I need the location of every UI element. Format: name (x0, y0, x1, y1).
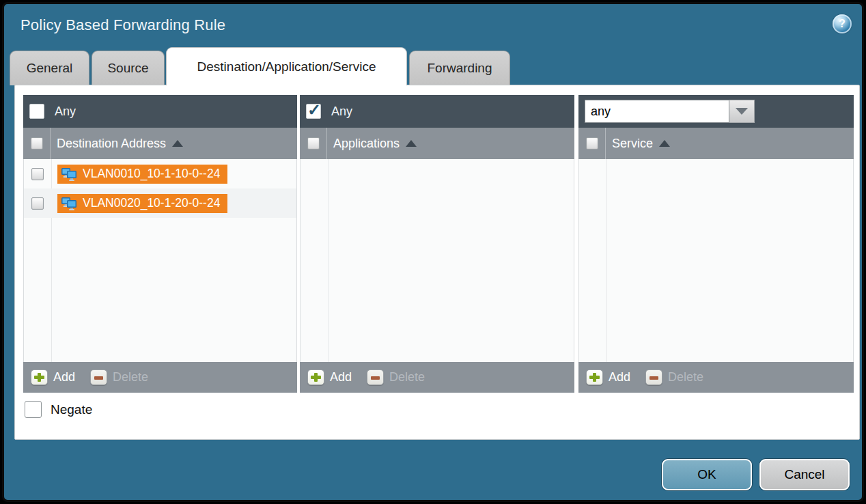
address-group-icon (61, 197, 78, 210)
destination-add-label: Add (53, 370, 75, 384)
service-select-all-checkbox[interactable] (586, 137, 598, 150)
applications-select-all-gutter (300, 128, 327, 159)
row-2-gutter (24, 188, 51, 218)
negate-label: Negate (51, 402, 92, 417)
destination-delete-button[interactable]: Delete (90, 369, 148, 385)
negate-row: Negate (25, 401, 92, 418)
help-icon[interactable] (833, 14, 852, 33)
destination-select-all-checkbox[interactable] (31, 137, 43, 150)
service-add-button[interactable]: Add (586, 369, 645, 385)
cancel-button[interactable]: Cancel (759, 459, 850, 490)
destination-row-2-badge[interactable]: VLAN0020_10-1-20-0--24 (57, 194, 227, 213)
destination-row-1-badge[interactable]: VLAN0010_10-1-10-0--24 (57, 165, 227, 184)
destination-footer: Add Delete (23, 362, 297, 393)
row-1-gutter (24, 159, 51, 188)
service-delete-label: Delete (668, 370, 703, 384)
destination-add-button[interactable]: Add (31, 369, 90, 385)
destination-address-header[interactable]: Destination Address (23, 128, 297, 159)
checkmark-icon (307, 100, 321, 120)
tab-forwarding-label: Forwarding (427, 61, 492, 76)
destination-row-2-label: VLAN0020_10-1-20-0--24 (83, 196, 220, 210)
tab-source[interactable]: Source (92, 51, 165, 85)
ok-button-label: OK (697, 467, 716, 482)
destination-address-column: Any Destination Address (23, 95, 297, 393)
tab-general[interactable]: General (10, 51, 89, 85)
service-footer: Add Delete (578, 362, 854, 393)
destination-row-2-checkbox[interactable] (31, 197, 44, 210)
tab-destination-application-service[interactable]: Destination/Application/Service (166, 47, 407, 85)
tab-forwarding[interactable]: Forwarding (409, 51, 510, 85)
service-header[interactable]: Service (578, 128, 854, 159)
add-plus-icon (586, 369, 603, 385)
destination-row-1[interactable]: VLAN0010_10-1-10-0--24 (24, 159, 296, 188)
service-dropdown[interactable]: any (585, 100, 755, 123)
negate-checkbox[interactable] (25, 401, 42, 418)
applications-footer: Add Delete (300, 362, 574, 393)
destination-row-1-label: VLAN0010_10-1-10-0--24 (83, 167, 220, 181)
service-select-all-gutter (578, 128, 606, 159)
applications-select-all-checkbox[interactable] (307, 137, 320, 150)
applications-add-label: Add (330, 370, 352, 384)
service-list (578, 159, 854, 362)
chevron-down-icon (736, 108, 748, 115)
gutter-divider (606, 159, 607, 362)
delete-minus-icon (645, 369, 662, 385)
applications-column: Any Applications Add Delete (300, 95, 574, 393)
applications-any-label: Any (331, 104, 352, 119)
destination-any-bar: Any (23, 95, 297, 128)
applications-delete-label: Delete (389, 370, 425, 384)
service-dropdown-bar: any (578, 95, 854, 128)
delete-minus-icon (90, 369, 107, 385)
applications-header[interactable]: Applications (300, 128, 574, 159)
service-delete-button[interactable]: Delete (645, 369, 703, 385)
tab-destination-label: Destination/Application/Service (197, 59, 376, 74)
delete-minus-icon (367, 369, 384, 385)
applications-delete-button[interactable]: Delete (367, 369, 425, 385)
ok-button[interactable]: OK (662, 459, 752, 490)
destination-delete-label: Delete (113, 370, 148, 384)
destination-row-1-checkbox[interactable] (31, 168, 44, 180)
gutter-divider (328, 159, 329, 362)
dialog-title: Policy Based Forwarding Rule (20, 16, 225, 34)
applications-list (300, 159, 574, 362)
applications-add-button[interactable]: Add (307, 369, 367, 385)
add-plus-icon (307, 369, 324, 385)
destination-any-label: Any (55, 104, 76, 119)
applications-header-label: Applications (333, 137, 400, 151)
sort-asc-icon (172, 140, 183, 147)
service-column: any Service Add (578, 95, 854, 393)
destination-any-checkbox[interactable] (29, 104, 44, 119)
service-dropdown-value[interactable]: any (585, 100, 729, 123)
destination-row-2[interactable]: VLAN0020_10-1-20-0--24 (24, 188, 296, 218)
service-header-label: Service (612, 137, 653, 151)
sort-asc-icon (406, 140, 417, 147)
address-group-icon (61, 167, 78, 181)
sort-asc-icon (659, 140, 670, 147)
tab-general-label: General (27, 61, 73, 76)
applications-any-bar: Any (300, 95, 574, 128)
pbf-rule-dialog: Policy Based Forwarding Rule General Sou… (2, 2, 864, 502)
tab-source-label: Source (107, 61, 148, 76)
destination-select-all-gutter (23, 128, 51, 159)
tab-content-panel: Any Destination Address (14, 85, 860, 440)
destination-header-label: Destination Address (57, 137, 166, 151)
add-plus-icon (31, 369, 48, 385)
service-dropdown-button[interactable] (729, 100, 755, 123)
cancel-button-label: Cancel (784, 467, 824, 482)
destination-address-list: VLAN0010_10-1-10-0--24 (23, 159, 297, 362)
applications-any-checkbox[interactable] (306, 104, 321, 119)
service-add-label: Add (609, 370, 630, 384)
